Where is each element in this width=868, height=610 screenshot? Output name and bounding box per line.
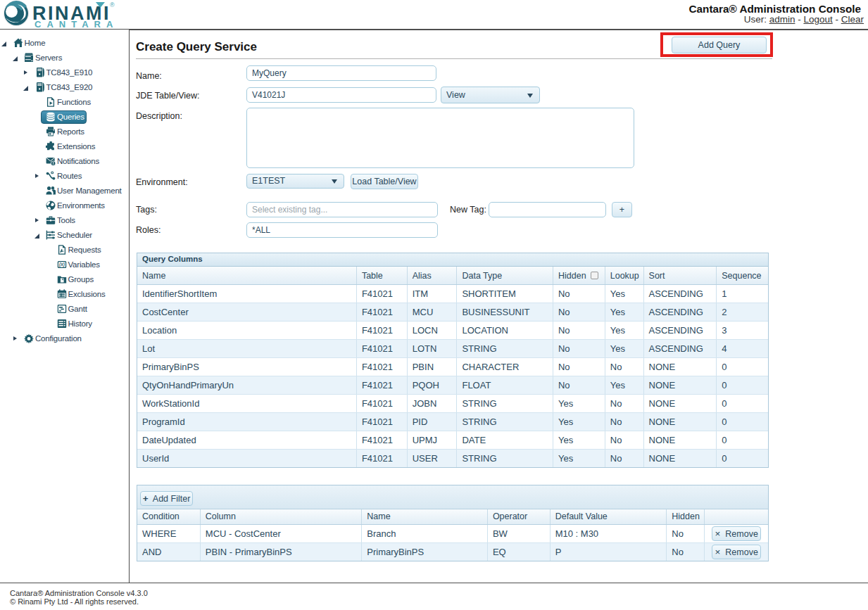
svg-text:(x): (x)	[59, 262, 65, 267]
